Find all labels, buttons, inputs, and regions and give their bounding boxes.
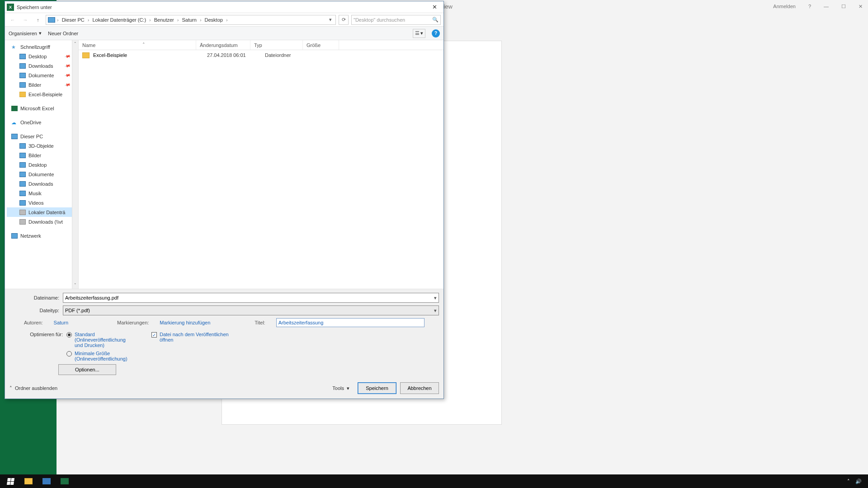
excel-signin[interactable]: Anmelden (773, 4, 796, 9)
radio-icon (66, 332, 72, 338)
nav-back-button[interactable]: ← (8, 15, 18, 25)
tree-excel-examples[interactable]: Excel-Beispiele (7, 89, 78, 99)
organize-menu[interactable]: Organisieren ▾ (9, 30, 42, 36)
tree-scrollbar[interactable]: ˄ ˅ (72, 40, 78, 289)
excel-max[interactable]: ☐ (841, 4, 846, 9)
tree-documents-pc[interactable]: Dokumente (7, 169, 78, 179)
checkbox-icon: ✓ (151, 332, 157, 338)
folder-icon (19, 92, 26, 97)
folder-icon (19, 153, 26, 158)
tools-dropdown[interactable]: Tools ▾ (328, 382, 354, 394)
taskbar-excel[interactable] (57, 475, 72, 487)
star-icon: ★ (11, 44, 18, 50)
options-button[interactable]: Optionen... (58, 364, 116, 375)
toolbar: Organisieren ▾ Neuer Ordner ☰ ▾ ? (5, 27, 443, 40)
breadcrumb-bar[interactable]: › Dieser PC › Lokaler Datenträger (C:) ›… (46, 15, 336, 25)
dialog-close-button[interactable]: ✕ (427, 3, 442, 12)
tree-network-downloads[interactable]: Downloads (\\vt (7, 217, 78, 226)
save-button[interactable]: Speichern (358, 382, 396, 394)
scroll-up-icon[interactable]: ˄ (72, 40, 78, 47)
folder-icon (24, 478, 33, 484)
col-size[interactable]: Größe (303, 40, 339, 50)
action-row: ˄ Ordner ausblenden Tools ▾ Speichern Ab… (5, 380, 443, 399)
new-folder-button[interactable]: Neuer Ordner (48, 31, 78, 36)
tree-pictures-pc[interactable]: Bilder (7, 150, 78, 160)
taskbar-app[interactable] (39, 475, 54, 487)
radio-icon (66, 351, 72, 357)
hide-folders-toggle[interactable]: ˄ Ordner ausblenden (9, 385, 57, 391)
crumb-this-pc[interactable]: Dieser PC (61, 17, 86, 23)
chevron-down-icon[interactable]: ▾ (434, 308, 437, 314)
tray-up-icon[interactable]: ˄ (847, 479, 850, 484)
crumb-users[interactable]: Benutzer (153, 17, 175, 23)
nav-row: ← → ↑ › Dieser PC › Lokaler Datenträger … (5, 13, 443, 27)
chevron-down-icon[interactable]: ▾ (434, 295, 437, 301)
help-button[interactable]: ? (432, 29, 440, 38)
tree-documents[interactable]: Dokumente📌 (7, 70, 78, 80)
file-type: Dateiordner (265, 52, 317, 58)
pc-icon (48, 17, 55, 23)
checkbox-open-after[interactable]: ✓ Datei nach dem Veröffentlichen öffnen (151, 332, 232, 361)
cancel-button[interactable]: Abbrechen (400, 382, 439, 394)
authors-value[interactable]: Saturn (54, 320, 68, 325)
search-icon[interactable]: 🔍 (432, 17, 439, 23)
pin-icon: 📌 (64, 72, 71, 79)
scroll-down-icon[interactable]: ˅ (72, 282, 78, 289)
tree-onedrive[interactable]: ☁OneDrive (7, 117, 78, 127)
filetype-select[interactable]: PDF (*.pdf) ▾ (63, 305, 439, 315)
tree-downloads[interactable]: Downloads📌 (7, 61, 78, 70)
file-row[interactable]: Excel-Beispiele 27.04.2018 06:01 Dateior… (79, 50, 443, 60)
authors-label: Autoren: (24, 320, 43, 325)
tags-label: Markierungen: (117, 320, 149, 325)
pc-icon (11, 134, 18, 139)
folder-icon (19, 54, 26, 59)
radio-minimal[interactable]: Minimale Größe (Onlineveröffentlichung) (66, 351, 133, 361)
tree-desktop[interactable]: Desktop📌 (7, 52, 78, 61)
taskbar-explorer[interactable] (21, 475, 36, 487)
folder-icon (19, 82, 26, 88)
nav-up-button[interactable]: ↑ (33, 15, 43, 25)
excel-close[interactable]: ✕ (859, 4, 863, 9)
crumb-desktop[interactable]: Desktop (203, 17, 224, 23)
tree-videos[interactable]: Videos (7, 198, 78, 207)
tray-volume-icon[interactable]: 🔊 (855, 479, 862, 484)
bottom-panel: Dateiname: Arbeitszeiterfassung.pdf ▾ Da… (5, 289, 443, 380)
col-date[interactable]: Änderungsdatum (196, 40, 250, 50)
tree-3d-objects[interactable]: 3D-Objekte (7, 141, 78, 150)
tree-local-disk[interactable]: Lokaler Datenträ (7, 207, 78, 217)
system-tray: ˄ 🔊 (847, 479, 865, 484)
filename-input[interactable]: Arbeitszeiterfassung.pdf ▾ (63, 293, 439, 303)
sort-asc-icon: ˄ (142, 42, 145, 48)
optimize-label: Optimieren für: (19, 332, 63, 361)
start-button[interactable] (3, 475, 18, 487)
tags-value[interactable]: Markierung hinzufügen (160, 320, 210, 325)
radio-standard[interactable]: Standard (Onlineveröffentlichung und Dru… (66, 332, 133, 348)
tree-desktop-pc[interactable]: Desktop (7, 160, 78, 169)
refresh-button[interactable]: ⟳ (339, 15, 349, 25)
crumb-dropdown-icon[interactable]: ▾ (327, 17, 334, 23)
taskbar: ˄ 🔊 (0, 474, 868, 488)
tree-network[interactable]: Netzwerk (7, 231, 78, 240)
excel-min[interactable]: — (824, 4, 829, 9)
tree-microsoft-excel[interactable]: Microsoft Excel (7, 103, 78, 113)
tree-downloads-pc[interactable]: Downloads (7, 179, 78, 188)
col-name[interactable]: Name˄ (79, 40, 196, 50)
excel-icon: X (7, 4, 14, 11)
title-label: Titel: (255, 320, 265, 325)
title-input[interactable] (276, 318, 425, 327)
view-mode-button[interactable]: ☰ ▾ (413, 29, 425, 38)
col-type[interactable]: Typ (250, 40, 303, 50)
folder-icon (82, 52, 90, 58)
excel-help[interactable]: ? (808, 4, 811, 9)
nav-forward-button: → (20, 15, 30, 25)
tree-this-pc[interactable]: Dieser PC (7, 131, 78, 141)
tree-quick-access[interactable]: ★Schnellzugriff (7, 42, 78, 52)
chevron-down-icon: ▾ (347, 385, 349, 391)
cloud-icon: ☁ (11, 120, 18, 125)
tree-music[interactable]: Musik (7, 188, 78, 198)
search-input[interactable]: "Desktop" durchsuchen 🔍 (351, 15, 441, 25)
tree-pictures[interactable]: Bilder📌 (7, 80, 78, 89)
crumb-drive-c[interactable]: Lokaler Datenträger (C:) (91, 17, 147, 23)
network-icon (11, 233, 18, 239)
crumb-saturn[interactable]: Saturn (180, 17, 198, 23)
